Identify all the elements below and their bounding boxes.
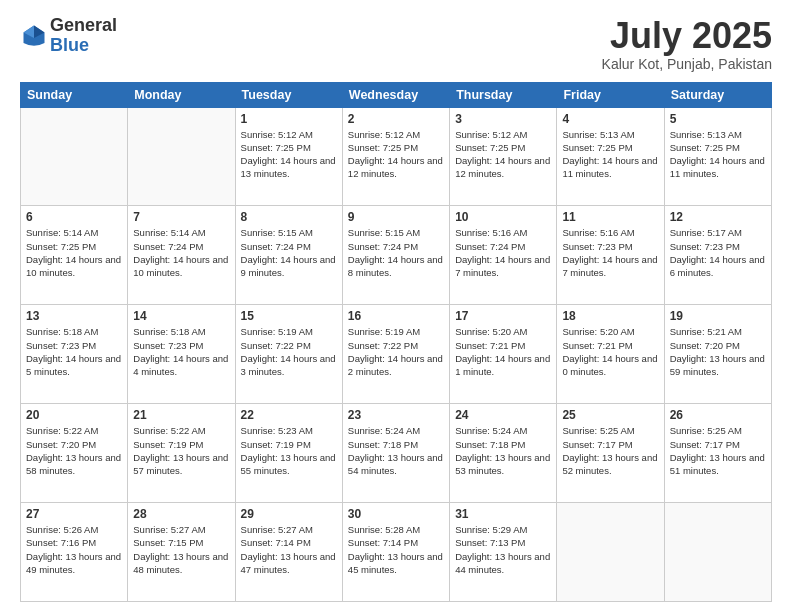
calendar-cell <box>21 107 128 206</box>
day-number: 20 <box>26 408 122 422</box>
calendar-cell: 2Sunrise: 5:12 AM Sunset: 7:25 PM Daylig… <box>342 107 449 206</box>
day-info: Sunrise: 5:20 AM Sunset: 7:21 PM Dayligh… <box>455 325 551 378</box>
day-number: 18 <box>562 309 658 323</box>
day-number: 24 <box>455 408 551 422</box>
day-number: 2 <box>348 112 444 126</box>
calendar-cell <box>128 107 235 206</box>
day-number: 26 <box>670 408 766 422</box>
calendar-cell: 20Sunrise: 5:22 AM Sunset: 7:20 PM Dayli… <box>21 404 128 503</box>
col-header-wednesday: Wednesday <box>342 82 449 107</box>
calendar-cell: 24Sunrise: 5:24 AM Sunset: 7:18 PM Dayli… <box>450 404 557 503</box>
calendar-cell <box>664 503 771 602</box>
day-number: 11 <box>562 210 658 224</box>
col-header-monday: Monday <box>128 82 235 107</box>
calendar-cell: 4Sunrise: 5:13 AM Sunset: 7:25 PM Daylig… <box>557 107 664 206</box>
day-info: Sunrise: 5:27 AM Sunset: 7:14 PM Dayligh… <box>241 523 337 576</box>
day-number: 31 <box>455 507 551 521</box>
page: General Blue July 2025 Kalur Kot, Punjab… <box>0 0 792 612</box>
calendar-cell: 25Sunrise: 5:25 AM Sunset: 7:17 PM Dayli… <box>557 404 664 503</box>
calendar-cell: 30Sunrise: 5:28 AM Sunset: 7:14 PM Dayli… <box>342 503 449 602</box>
day-info: Sunrise: 5:29 AM Sunset: 7:13 PM Dayligh… <box>455 523 551 576</box>
day-info: Sunrise: 5:12 AM Sunset: 7:25 PM Dayligh… <box>455 128 551 181</box>
day-number: 15 <box>241 309 337 323</box>
calendar-cell: 31Sunrise: 5:29 AM Sunset: 7:13 PM Dayli… <box>450 503 557 602</box>
col-header-sunday: Sunday <box>21 82 128 107</box>
day-number: 14 <box>133 309 229 323</box>
day-info: Sunrise: 5:18 AM Sunset: 7:23 PM Dayligh… <box>26 325 122 378</box>
calendar-cell: 7Sunrise: 5:14 AM Sunset: 7:24 PM Daylig… <box>128 206 235 305</box>
day-number: 8 <box>241 210 337 224</box>
calendar-cell: 16Sunrise: 5:19 AM Sunset: 7:22 PM Dayli… <box>342 305 449 404</box>
calendar-table: SundayMondayTuesdayWednesdayThursdayFrid… <box>20 82 772 602</box>
logo-blue-text: Blue <box>50 35 89 55</box>
calendar-cell: 6Sunrise: 5:14 AM Sunset: 7:25 PM Daylig… <box>21 206 128 305</box>
day-number: 9 <box>348 210 444 224</box>
calendar-cell: 14Sunrise: 5:18 AM Sunset: 7:23 PM Dayli… <box>128 305 235 404</box>
day-number: 30 <box>348 507 444 521</box>
day-info: Sunrise: 5:12 AM Sunset: 7:25 PM Dayligh… <box>241 128 337 181</box>
day-number: 3 <box>455 112 551 126</box>
day-info: Sunrise: 5:18 AM Sunset: 7:23 PM Dayligh… <box>133 325 229 378</box>
calendar-cell: 27Sunrise: 5:26 AM Sunset: 7:16 PM Dayli… <box>21 503 128 602</box>
day-number: 13 <box>26 309 122 323</box>
day-info: Sunrise: 5:19 AM Sunset: 7:22 PM Dayligh… <box>348 325 444 378</box>
day-info: Sunrise: 5:28 AM Sunset: 7:14 PM Dayligh… <box>348 523 444 576</box>
day-info: Sunrise: 5:24 AM Sunset: 7:18 PM Dayligh… <box>455 424 551 477</box>
calendar-cell: 12Sunrise: 5:17 AM Sunset: 7:23 PM Dayli… <box>664 206 771 305</box>
day-number: 27 <box>26 507 122 521</box>
day-info: Sunrise: 5:15 AM Sunset: 7:24 PM Dayligh… <box>241 226 337 279</box>
day-number: 12 <box>670 210 766 224</box>
calendar-cell: 10Sunrise: 5:16 AM Sunset: 7:24 PM Dayli… <box>450 206 557 305</box>
day-number: 28 <box>133 507 229 521</box>
day-number: 16 <box>348 309 444 323</box>
day-number: 22 <box>241 408 337 422</box>
day-info: Sunrise: 5:26 AM Sunset: 7:16 PM Dayligh… <box>26 523 122 576</box>
day-info: Sunrise: 5:14 AM Sunset: 7:25 PM Dayligh… <box>26 226 122 279</box>
day-info: Sunrise: 5:13 AM Sunset: 7:25 PM Dayligh… <box>562 128 658 181</box>
calendar-cell: 3Sunrise: 5:12 AM Sunset: 7:25 PM Daylig… <box>450 107 557 206</box>
day-info: Sunrise: 5:25 AM Sunset: 7:17 PM Dayligh… <box>562 424 658 477</box>
day-number: 5 <box>670 112 766 126</box>
day-info: Sunrise: 5:22 AM Sunset: 7:20 PM Dayligh… <box>26 424 122 477</box>
header: General Blue July 2025 Kalur Kot, Punjab… <box>20 16 772 72</box>
day-info: Sunrise: 5:14 AM Sunset: 7:24 PM Dayligh… <box>133 226 229 279</box>
calendar-cell: 17Sunrise: 5:20 AM Sunset: 7:21 PM Dayli… <box>450 305 557 404</box>
calendar-cell: 1Sunrise: 5:12 AM Sunset: 7:25 PM Daylig… <box>235 107 342 206</box>
day-number: 19 <box>670 309 766 323</box>
day-info: Sunrise: 5:13 AM Sunset: 7:25 PM Dayligh… <box>670 128 766 181</box>
day-number: 21 <box>133 408 229 422</box>
day-info: Sunrise: 5:20 AM Sunset: 7:21 PM Dayligh… <box>562 325 658 378</box>
day-number: 10 <box>455 210 551 224</box>
day-info: Sunrise: 5:23 AM Sunset: 7:19 PM Dayligh… <box>241 424 337 477</box>
col-header-friday: Friday <box>557 82 664 107</box>
col-header-thursday: Thursday <box>450 82 557 107</box>
day-number: 7 <box>133 210 229 224</box>
day-number: 17 <box>455 309 551 323</box>
logo-icon <box>20 22 48 50</box>
col-header-tuesday: Tuesday <box>235 82 342 107</box>
day-info: Sunrise: 5:19 AM Sunset: 7:22 PM Dayligh… <box>241 325 337 378</box>
day-info: Sunrise: 5:17 AM Sunset: 7:23 PM Dayligh… <box>670 226 766 279</box>
day-info: Sunrise: 5:16 AM Sunset: 7:23 PM Dayligh… <box>562 226 658 279</box>
day-info: Sunrise: 5:15 AM Sunset: 7:24 PM Dayligh… <box>348 226 444 279</box>
calendar-cell <box>557 503 664 602</box>
day-number: 25 <box>562 408 658 422</box>
location-subtitle: Kalur Kot, Punjab, Pakistan <box>602 56 772 72</box>
day-info: Sunrise: 5:16 AM Sunset: 7:24 PM Dayligh… <box>455 226 551 279</box>
logo: General Blue <box>20 16 117 56</box>
calendar-cell: 15Sunrise: 5:19 AM Sunset: 7:22 PM Dayli… <box>235 305 342 404</box>
col-header-saturday: Saturday <box>664 82 771 107</box>
day-info: Sunrise: 5:27 AM Sunset: 7:15 PM Dayligh… <box>133 523 229 576</box>
calendar-cell: 19Sunrise: 5:21 AM Sunset: 7:20 PM Dayli… <box>664 305 771 404</box>
calendar-cell: 23Sunrise: 5:24 AM Sunset: 7:18 PM Dayli… <box>342 404 449 503</box>
calendar-cell: 11Sunrise: 5:16 AM Sunset: 7:23 PM Dayli… <box>557 206 664 305</box>
calendar-cell: 28Sunrise: 5:27 AM Sunset: 7:15 PM Dayli… <box>128 503 235 602</box>
title-block: July 2025 Kalur Kot, Punjab, Pakistan <box>602 16 772 72</box>
calendar-cell: 8Sunrise: 5:15 AM Sunset: 7:24 PM Daylig… <box>235 206 342 305</box>
calendar-cell: 13Sunrise: 5:18 AM Sunset: 7:23 PM Dayli… <box>21 305 128 404</box>
day-number: 6 <box>26 210 122 224</box>
calendar-cell: 22Sunrise: 5:23 AM Sunset: 7:19 PM Dayli… <box>235 404 342 503</box>
day-number: 29 <box>241 507 337 521</box>
day-info: Sunrise: 5:25 AM Sunset: 7:17 PM Dayligh… <box>670 424 766 477</box>
day-info: Sunrise: 5:24 AM Sunset: 7:18 PM Dayligh… <box>348 424 444 477</box>
